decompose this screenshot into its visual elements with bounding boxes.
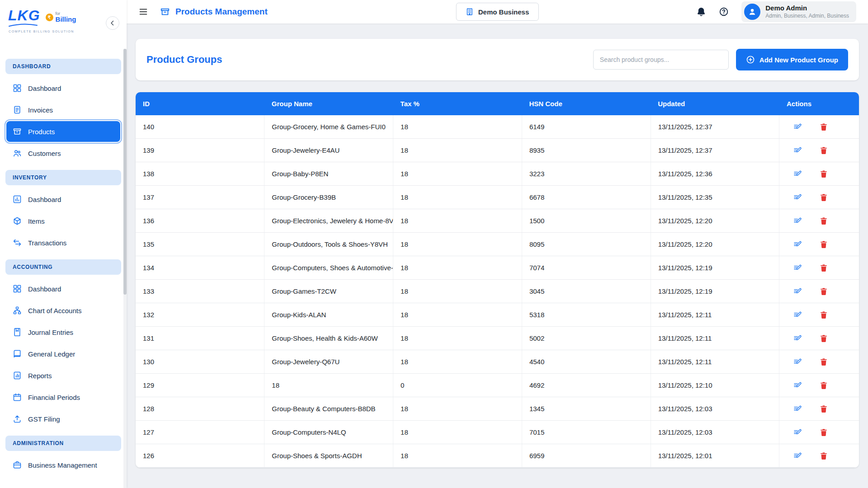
column-header-group-name: Group Name	[264, 92, 393, 115]
trash-icon	[819, 122, 828, 131]
delete-button[interactable]	[817, 121, 830, 133]
cell-actions	[779, 397, 859, 421]
business-selector[interactable]: Demo Business	[456, 3, 539, 21]
sidebar-item-customers[interactable]: Customers	[6, 143, 120, 164]
topbar-right: Demo Admin Admin, Business, Admin, Busin…	[696, 1, 856, 22]
delete-button[interactable]	[817, 379, 830, 392]
sidebar-collapse-button[interactable]	[106, 16, 119, 30]
delete-button[interactable]	[817, 450, 830, 462]
sidebar-item-dashboard[interactable]: Dashboard	[6, 189, 120, 210]
trash-icon	[819, 193, 828, 202]
cell-group-name: Group-Shoes & Sports-AGDH	[264, 444, 393, 468]
cell-hsn: 8095	[522, 233, 651, 256]
delete-button[interactable]	[817, 262, 830, 274]
delete-button[interactable]	[817, 285, 830, 298]
cell-tax: 18	[393, 139, 522, 162]
sidebar-scrollbar-thumb[interactable]	[123, 49, 127, 295]
sidebar-item-items[interactable]: Items	[6, 211, 120, 231]
cell-group-name: Group-Outdoors, Tools & Shoes-Y8VH	[264, 233, 393, 256]
sidebar-item-transactions[interactable]: Transactions	[6, 232, 120, 253]
cell-id: 139	[136, 139, 264, 162]
cell-tax: 18	[393, 162, 522, 186]
user-name: Demo Admin	[765, 4, 849, 13]
table-row: 136Group-Electronics, Jewelery & Home-8V…	[136, 209, 859, 233]
trash-icon	[819, 263, 828, 272]
edit-icon	[793, 428, 802, 437]
sidebar-item-chart-of-accounts[interactable]: Chart of Accounts	[6, 300, 120, 321]
edit-button[interactable]	[791, 450, 804, 462]
edit-button[interactable]	[791, 168, 804, 180]
trash-icon	[819, 334, 828, 343]
sidebar-item-dashboard[interactable]: Dashboard	[6, 78, 120, 99]
sidebar-section-dashboard: DASHBOARD	[5, 59, 121, 74]
search-input[interactable]	[593, 50, 729, 70]
sidebar-item-business-management[interactable]: Business Management	[6, 455, 120, 475]
sidebar-item-gst-filing[interactable]: GST Filing	[6, 408, 120, 429]
cell-tax: 18	[393, 233, 522, 256]
delete-button[interactable]	[817, 332, 830, 345]
building-icon	[466, 8, 474, 16]
cell-tax: 18	[393, 327, 522, 350]
table-row: 126Group-Shoes & Sports-AGDH18695913/11/…	[136, 444, 859, 468]
edit-button[interactable]	[791, 332, 804, 345]
edit-button[interactable]	[791, 262, 804, 274]
sidebar-item-label: GST Filing	[28, 415, 60, 423]
add-product-group-button[interactable]: Add New Product Group	[736, 49, 848, 70]
cell-id: 132	[136, 303, 264, 327]
delete-button[interactable]	[817, 356, 830, 368]
product-groups-table: ID Group Name Tax % HSN Code Updated Act…	[136, 92, 859, 468]
cell-updated: 13/11/2025, 12:11	[651, 327, 779, 350]
delete-button[interactable]	[817, 309, 830, 321]
chart-icon	[13, 195, 22, 204]
sidebar-item-label: Reports	[28, 372, 52, 380]
delete-button[interactable]	[817, 168, 830, 180]
column-header-hsn: HSN Code	[522, 92, 651, 115]
plus-circle-icon	[746, 55, 755, 64]
edit-button[interactable]	[791, 356, 804, 368]
delete-button[interactable]	[817, 144, 830, 157]
cell-actions	[779, 350, 859, 374]
help-button[interactable]	[719, 7, 729, 17]
cell-actions	[779, 421, 859, 444]
delete-button[interactable]	[817, 238, 830, 251]
delete-button[interactable]	[817, 215, 830, 227]
edit-button[interactable]	[791, 379, 804, 392]
cell-hsn: 6149	[522, 115, 651, 139]
sidebar-item-reports[interactable]: Reports	[6, 365, 120, 386]
user-menu[interactable]: Demo Admin Admin, Business, Admin, Busin…	[741, 1, 856, 22]
sidebar-item-products[interactable]: Products	[6, 121, 120, 142]
delete-button[interactable]	[817, 191, 830, 204]
notifications-button[interactable]	[696, 7, 706, 17]
edit-button[interactable]	[791, 426, 804, 439]
edit-button[interactable]	[791, 309, 804, 321]
sidebar-item-dashboard[interactable]: Dashboard	[6, 278, 120, 299]
journal-icon	[13, 328, 22, 337]
cell-group-name: Group-Games-T2CW	[264, 280, 393, 303]
sidebar-item-financial-periods[interactable]: Financial Periods	[6, 387, 120, 408]
cell-id: 138	[136, 162, 264, 186]
product-groups-toolbar: Product Groups Add New Product Group	[136, 39, 859, 80]
edit-button[interactable]	[791, 403, 804, 415]
section-title: Product Groups	[146, 54, 586, 66]
sidebar-item-journal-entries[interactable]: Journal Entries	[6, 322, 120, 343]
edit-button[interactable]	[791, 238, 804, 251]
sidebar-item-invoices[interactable]: Invoices	[6, 99, 120, 120]
delete-button[interactable]	[817, 426, 830, 439]
delete-button[interactable]	[817, 403, 830, 415]
edit-button[interactable]	[791, 121, 804, 133]
edit-button[interactable]	[791, 285, 804, 298]
sidebar-scrollbar[interactable]	[123, 49, 127, 488]
cell-group-name: Group-Computers-N4LQ	[264, 421, 393, 444]
brand-name: LKG	[8, 8, 40, 23]
edit-button[interactable]	[791, 191, 804, 204]
cell-group-name: Group-Shoes, Health & Kids-A60W	[264, 327, 393, 350]
cell-tax: 18	[393, 444, 522, 468]
bell-icon	[696, 7, 706, 17]
edit-button[interactable]	[791, 215, 804, 227]
cell-hsn: 1500	[522, 209, 651, 233]
cell-hsn: 6678	[522, 186, 651, 209]
trash-icon	[819, 240, 828, 249]
sidebar-item-general-ledger[interactable]: General Ledger	[6, 343, 120, 364]
edit-button[interactable]	[791, 144, 804, 157]
menu-toggle-button[interactable]	[138, 7, 148, 17]
